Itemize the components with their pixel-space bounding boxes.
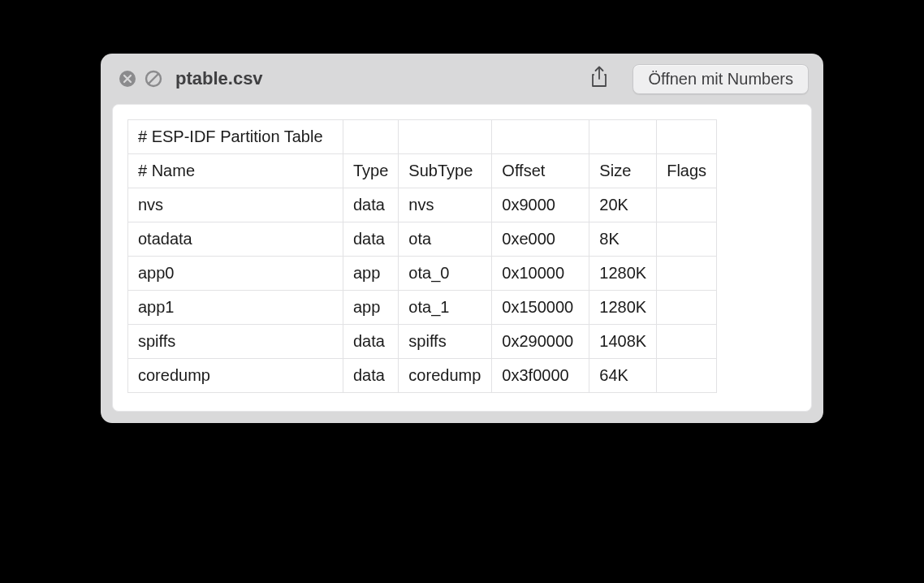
table-cell: 1408K xyxy=(589,325,657,359)
table-cell xyxy=(657,120,717,154)
table-cell: app1 xyxy=(128,291,343,325)
table-cell xyxy=(589,120,657,154)
table-cell: app0 xyxy=(128,257,343,291)
preview-content: # ESP-IDF Partition Table# NameTypeSubTy… xyxy=(112,104,812,412)
table-row: app1appota_10x1500001280K xyxy=(128,291,717,325)
table-row: coredumpdatacoredump0x3f000064K xyxy=(128,359,717,393)
close-icon[interactable] xyxy=(119,70,136,88)
table-cell: ota xyxy=(399,222,492,257)
table-cell: # ESP-IDF Partition Table xyxy=(128,120,343,154)
table-row: # NameTypeSubTypeOffsetSizeFlags xyxy=(128,154,717,188)
table-cell: data xyxy=(343,222,399,257)
table-cell: Offset xyxy=(492,154,589,188)
table-cell: 1280K xyxy=(589,257,657,291)
table-cell: 0xe000 xyxy=(492,222,589,257)
table-cell: data xyxy=(343,325,399,359)
table-cell: ota_0 xyxy=(399,257,492,291)
table-cell xyxy=(657,257,717,291)
window-title: ptable.csv xyxy=(175,68,263,89)
table-cell: app xyxy=(343,257,399,291)
table-cell: 64K xyxy=(589,359,657,393)
table-cell: coredump xyxy=(128,359,343,393)
table-cell: app xyxy=(343,291,399,325)
table-row: nvsdatanvs0x900020K xyxy=(128,188,717,222)
table-cell: coredump xyxy=(399,359,492,393)
table-row: # ESP-IDF Partition Table xyxy=(128,120,717,154)
table-cell: spiffs xyxy=(128,325,343,359)
quicklook-window: ptable.csv Öffnen mit Numbers # ESP-IDF … xyxy=(101,54,823,423)
table-cell xyxy=(657,291,717,325)
table-cell: 8K xyxy=(589,222,657,257)
table-row: otadatadataota0xe0008K xyxy=(128,222,717,257)
share-button[interactable] xyxy=(585,65,613,93)
table-cell xyxy=(657,359,717,393)
table-row: spiffsdataspiffs0x2900001408K xyxy=(128,325,717,359)
table-cell: SubType xyxy=(399,154,492,188)
table-cell: 0x9000 xyxy=(492,188,589,222)
titlebar: ptable.csv Öffnen mit Numbers xyxy=(101,54,823,104)
table-cell xyxy=(492,120,589,154)
table-cell: Flags xyxy=(657,154,717,188)
table-cell: nvs xyxy=(128,188,343,222)
table-cell: data xyxy=(343,359,399,393)
table-cell: # Name xyxy=(128,154,343,188)
csv-table: # ESP-IDF Partition Table# NameTypeSubTy… xyxy=(127,119,717,393)
table-cell xyxy=(657,188,717,222)
svg-line-2 xyxy=(149,74,158,84)
table-row: app0appota_00x100001280K xyxy=(128,257,717,291)
table-cell xyxy=(343,120,399,154)
table-cell xyxy=(657,222,717,257)
open-with-button[interactable]: Öffnen mit Numbers xyxy=(633,64,809,94)
table-cell: 1280K xyxy=(589,291,657,325)
table-cell xyxy=(657,325,717,359)
table-cell: Type xyxy=(343,154,399,188)
table-cell: 20K xyxy=(589,188,657,222)
table-cell: nvs xyxy=(399,188,492,222)
block-icon xyxy=(145,70,162,88)
table-cell: 0x150000 xyxy=(492,291,589,325)
table-cell: Size xyxy=(589,154,657,188)
table-cell: otadata xyxy=(128,222,343,257)
table-cell: 0x10000 xyxy=(492,257,589,291)
table-cell: 0x3f0000 xyxy=(492,359,589,393)
table-cell: 0x290000 xyxy=(492,325,589,359)
table-cell xyxy=(399,120,492,154)
table-cell: spiffs xyxy=(399,325,492,359)
share-icon xyxy=(589,66,609,92)
table-cell: data xyxy=(343,188,399,222)
table-cell: ota_1 xyxy=(399,291,492,325)
